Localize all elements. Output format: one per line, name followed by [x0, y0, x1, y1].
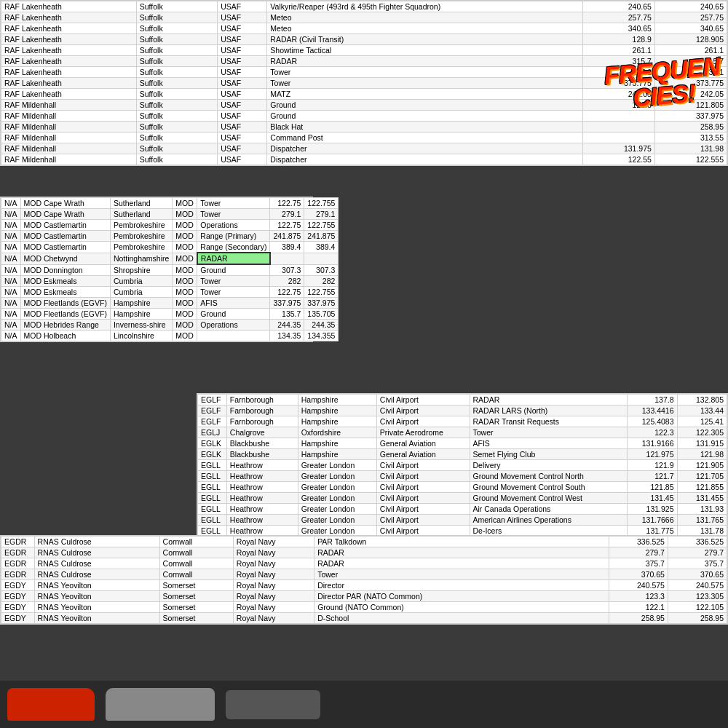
cell-type: MOD — [173, 220, 197, 231]
cell-county: Hampshire — [298, 438, 376, 449]
cell-name: Heathrow — [226, 471, 298, 482]
table-row: RAF Mildenhall Suffolk USAF Command Post… — [1, 132, 727, 143]
cell-county: Greater London — [298, 482, 376, 493]
cell-service: MATZ — [267, 89, 582, 100]
cell-type: Royal Navy — [233, 547, 314, 558]
cell-icao: EGDY — [1, 602, 35, 613]
cell-freq1: 375.7 — [609, 558, 668, 569]
cell-service: RADAR LARS (North) — [470, 405, 627, 416]
cell-county: Somerset — [159, 591, 233, 602]
cell-freq2: 135.705 — [304, 309, 339, 320]
mid-left-table: N/A MOD Cape Wrath Sutherland MOD Tower … — [1, 197, 339, 341]
cell-name: RAF Lakenheath — [1, 34, 137, 45]
cell-freq2: 131.98 — [654, 143, 727, 154]
cell-freq1: 122.75 — [270, 198, 304, 209]
table-row: EGLF Farnborough Hampshire Civil Airport… — [198, 395, 727, 405]
cell-county: Suffolk — [136, 154, 217, 165]
cell-name: MOD Fleetlands (EGVF) — [20, 298, 110, 309]
cell-county: Suffolk — [136, 89, 217, 100]
cell-county: Hampshire — [298, 416, 376, 427]
cell-type: USAF — [218, 34, 267, 45]
cell-name: RNAS Culdrose — [34, 537, 159, 547]
cell-service: Tower — [267, 67, 582, 78]
cell-freq1: 134.35 — [270, 331, 304, 341]
table-row: EGLF Farnborough Hampshire Civil Airport… — [198, 416, 727, 427]
spreadsheet-mid-right: EGLF Farnborough Hampshire Civil Airport… — [197, 393, 728, 548]
cell-name: RAF Mildenhall — [1, 132, 137, 143]
cell-type: MOD — [173, 209, 197, 220]
cell-icao: EGDY — [1, 591, 35, 602]
cell-service: Ground — [267, 111, 582, 122]
cell-county: Oxfordshire — [298, 427, 376, 438]
cell-name: Heathrow — [226, 493, 298, 504]
cell-freq1: 131.975 — [582, 143, 654, 154]
cell-freq2: 370.65 — [668, 569, 727, 580]
cell-service: Tower — [197, 198, 270, 209]
table-row: RAF Mildenhall Suffolk USAF Dispatcher 1… — [1, 143, 727, 154]
cell-name: MOD Castlemartin — [20, 242, 110, 253]
cell-freq2: 336.525 — [668, 537, 727, 547]
cell-service: Ground Movement Control West — [470, 493, 627, 504]
cell-type: Royal Navy — [233, 580, 314, 591]
cell-freq1: 121.7 — [627, 471, 677, 482]
cell-freq2: 125.41 — [677, 416, 727, 427]
cell-icao: EGDR — [1, 558, 35, 569]
cell-type: USAF — [218, 1, 267, 12]
cell-freq2: 122.755 — [304, 287, 339, 298]
cell-service: Ground Movement Control South — [470, 482, 627, 493]
cell-freq2: 244.35 — [304, 320, 339, 331]
cell-freq2: 313.55 — [654, 132, 727, 143]
cell-service: Dispatcher — [267, 154, 582, 165]
table-row: EGLK Blackbushe Hampshire General Aviati… — [198, 438, 727, 449]
table-row: EGDR RNAS Culdrose Cornwall Royal Navy T… — [1, 569, 727, 580]
cell-freq1: 337.975 — [270, 298, 304, 309]
cell-freq2: 122.105 — [668, 602, 727, 613]
cell-icao: EGDR — [1, 547, 35, 558]
cell-name: RNAS Yeovilton — [34, 602, 159, 613]
cell-county: Sutherland — [110, 198, 172, 209]
cell-type: Royal Navy — [233, 591, 314, 602]
cell-freq2: 307.3 — [304, 264, 339, 276]
main-container: RAF Lakenheath Suffolk USAF Valkyrie/Rea… — [0, 0, 728, 728]
table-row: EGDY RNAS Yeovilton Somerset Royal Navy … — [1, 613, 727, 624]
cell-name: Farnborough — [226, 416, 298, 427]
cell-name: MOD Cape Wrath — [20, 198, 110, 209]
cell-name: Chalgrove — [226, 427, 298, 438]
cell-type: General Aviation — [376, 438, 470, 449]
cell-service: Ground (NATO Common) — [314, 602, 609, 613]
cell-freq1: 122.3 — [627, 427, 677, 438]
cell-name: Heathrow — [226, 504, 298, 515]
cell-type: USAF — [218, 111, 267, 122]
cell-type: Royal Navy — [233, 558, 314, 569]
cell-icao: EGDY — [1, 613, 35, 624]
cell-icao: N/A — [1, 231, 21, 242]
cell-freq2: 121.705 — [677, 471, 727, 482]
cell-freq2: 257.75 — [654, 12, 727, 23]
cell-type: Private Aerodrome — [376, 427, 470, 438]
cell-freq2: 279.7 — [668, 547, 727, 558]
cell-county: Cornwall — [159, 537, 233, 547]
bottom-bar — [0, 681, 728, 728]
table-row: EGLL Heathrow Greater London Civil Airpo… — [198, 460, 727, 471]
table-row: N/A MOD Castlemartin Pembrokeshire MOD R… — [1, 242, 339, 253]
cell-service: AFIS — [470, 438, 627, 449]
cell-name: RAF Mildenhall — [1, 122, 137, 132]
cell-name: Blackbushe — [226, 449, 298, 460]
cell-county: Lincolnshire — [110, 331, 172, 341]
table-row: N/A MOD Castlemartin Pembrokeshire MOD R… — [1, 231, 339, 242]
cell-freq1: 282 — [270, 276, 304, 287]
cell-icao: EGLL — [198, 471, 227, 482]
cell-name: RNAS Culdrose — [34, 558, 159, 569]
cell-county: Greater London — [298, 460, 376, 471]
cell-service: Delivery — [470, 460, 627, 471]
cell-service: Director PAR (NATO Common) — [314, 591, 609, 602]
bottom-table: EGDR RNAS Culdrose Cornwall Royal Navy P… — [1, 536, 727, 624]
cell-freq1: 240.575 — [609, 580, 668, 591]
cell-type: USAF — [218, 132, 267, 143]
cell-type: MOD — [173, 331, 197, 341]
cell-name: Blackbushe — [226, 438, 298, 449]
table-row: N/A MOD Cape Wrath Sutherland MOD Tower … — [1, 198, 339, 209]
table-row: RAF Lakenheath Suffolk USAF Showtime Tac… — [1, 45, 727, 56]
cell-service: Showtime Tactical — [267, 45, 582, 56]
car-1 — [7, 688, 95, 721]
